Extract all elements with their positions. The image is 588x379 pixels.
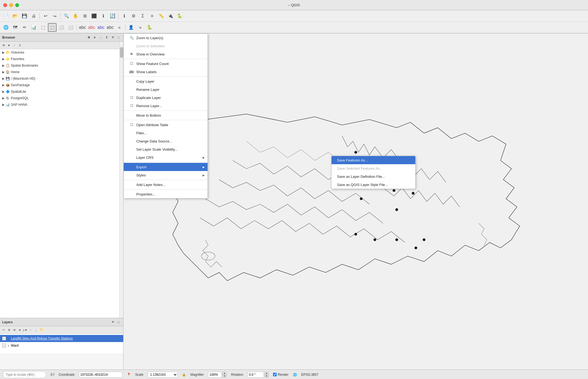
menu-item-show-overview[interactable]: 👁 Show in Overview	[124, 50, 208, 58]
layers-add-icon[interactable]: ⊕	[7, 328, 11, 333]
browser-item-saphana[interactable]: ▶ 📊 SAP HANA	[0, 101, 119, 108]
maximize-button[interactable]	[15, 3, 19, 7]
new-project-button[interactable]: 📄	[2, 12, 10, 20]
redo-button[interactable]: ↩	[50, 12, 59, 20]
zoom-extent-button[interactable]: ⊞	[81, 12, 89, 20]
layer-checkbox-ward[interactable]: ✓	[2, 344, 6, 347]
menu-item-open-attribute-table[interactable]: ☐ Open Attribute Table	[124, 121, 208, 129]
browser-item-postgresql[interactable]: ▶ 🐘 PostgreSQL	[0, 95, 119, 101]
user-button[interactable]: 👤	[127, 23, 135, 32]
wms-button[interactable]: 🗺	[11, 23, 20, 32]
menu-item-copy-layer[interactable]: Copy Layer	[124, 77, 208, 85]
menu-item-filter[interactable]: Filter...	[124, 129, 208, 137]
browser-collapse-icon[interactable]: ↑	[98, 35, 103, 40]
close-button[interactable]	[3, 3, 7, 7]
rotation-input[interactable]	[247, 372, 264, 378]
menu-item-change-data-source[interactable]: Change Data Source...	[124, 137, 208, 145]
layers-edit-icon[interactable]: ✏	[1, 328, 6, 333]
browser-item-bookmarks[interactable]: ▶ 📋 Spatial Bookmarks	[0, 62, 119, 69]
rotation-down-button[interactable]: ▼	[264, 375, 269, 378]
layer-checkbox-landfill[interactable]: ✓	[2, 337, 6, 340]
browser-filter-icon[interactable]: ▼	[92, 35, 97, 40]
python2-button[interactable]: 🐍	[145, 23, 154, 32]
scale-dropdown[interactable]: 1:1362163	[148, 372, 178, 378]
layers-move-up-icon[interactable]: ↑	[28, 328, 33, 333]
render-checkbox[interactable]	[273, 373, 277, 376]
browser-float-icon[interactable]: □	[116, 35, 121, 40]
undo-button[interactable]: ↩	[41, 12, 50, 20]
pan-button[interactable]: ✋	[71, 12, 80, 20]
browser-add-icon[interactable]: ⊕	[1, 43, 6, 48]
menu-item-zoom-to-layers[interactable]: 🔍 Zoom to Layer(s)	[124, 34, 208, 42]
menu-item-remove-layer[interactable]: ☐ Remove Layer...	[124, 102, 208, 110]
browser-item-favorites[interactable]: ▶ ⭐ Favorites	[0, 56, 119, 62]
label4-button[interactable]: abc	[106, 23, 114, 32]
menu-item-add-layer-notes[interactable]: Add Layer Notes...	[124, 181, 208, 189]
layers-filter-icon[interactable]: ▼	[17, 328, 22, 333]
submenu-item-save-features-as[interactable]: Save Features As...	[332, 156, 415, 164]
select-rect-button[interactable]: ⬜	[57, 23, 66, 32]
refresh-button[interactable]: 🔄	[108, 12, 117, 20]
menu-item-show-labels[interactable]: abc Show Labels	[124, 68, 208, 76]
more2-button[interactable]: »	[136, 23, 145, 32]
layers-group-icon[interactable]: 📁	[39, 328, 44, 333]
magnifier-down-button[interactable]: ▼	[222, 375, 227, 378]
plugins-button[interactable]: 🔌	[166, 12, 175, 20]
menu-item-rename-layer[interactable]: Rename Layer	[124, 85, 208, 94]
menu-item-layer-crs[interactable]: Layer CRS ▶	[124, 153, 208, 161]
menu-item-styles[interactable]: Styles ▶	[124, 171, 208, 179]
rotation-up-button[interactable]: ▲	[264, 372, 269, 375]
menu-item-properties[interactable]: Properties...	[124, 190, 208, 198]
label2-button[interactable]: abc	[87, 23, 96, 32]
identify-button[interactable]: ℹ	[99, 12, 108, 20]
statistics-button[interactable]: Σ	[138, 12, 147, 20]
render-checkbox-container[interactable]: Render	[273, 373, 288, 377]
measure-button[interactable]: 📏	[157, 12, 166, 20]
cursor-button[interactable]: ⬚	[48, 23, 57, 32]
minimize-button[interactable]	[9, 3, 13, 7]
chart-button[interactable]: 📊	[29, 23, 38, 32]
layers-move-down-icon[interactable]: ↓	[34, 328, 39, 333]
submenu-item-save-layer-definition[interactable]: Save as Layer Definition File...	[332, 172, 415, 181]
label-button[interactable]: abc	[78, 23, 87, 32]
more-button[interactable]: »	[115, 23, 124, 32]
zoom-in-button[interactable]: 🔍	[62, 12, 71, 20]
map-area[interactable]: 🔍 Zoom to Layer(s) Zoom to Selection 👁 S…	[123, 33, 588, 369]
layers-float-icon[interactable]: □	[116, 320, 121, 325]
menu-item-export[interactable]: Export ▶	[124, 163, 208, 171]
digitize-button[interactable]: 🌐	[2, 23, 10, 32]
coordinate-input[interactable]	[79, 372, 122, 378]
menu-item-set-layer-scale[interactable]: Set Layer Scale Visibility...	[124, 145, 208, 153]
browser-close-icon[interactable]: ✕	[110, 35, 115, 40]
browser-refresh-icon[interactable]: ⊕	[86, 35, 91, 40]
submenu-item-save-qgis-style[interactable]: Save as QGIS Layer Style File...	[332, 181, 415, 189]
layers-close-icon[interactable]: ✕	[110, 320, 115, 325]
processing-button[interactable]: ⚙	[129, 12, 138, 20]
layer-panel-button[interactable]: ≡	[148, 12, 156, 20]
browser-scrollbar[interactable]	[119, 42, 123, 318]
open-project-button[interactable]: 📂	[11, 12, 20, 20]
browser-item-macintosh[interactable]: ▶ 💾 / (Macintosh HD)	[0, 75, 119, 82]
browser-item-volumes[interactable]: ▶ 📁 /Volumes	[0, 49, 119, 56]
locate-search-input[interactable]	[3, 371, 46, 378]
layer-item-landfill[interactable]: ✓ ● Landfill Sites And Refuse Transfer S…	[0, 335, 123, 342]
menu-item-show-feature-count[interactable]: ☐ Show Feature Count	[124, 60, 208, 68]
menu-item-duplicate-layer[interactable]: ☐ Duplicate Layer	[124, 94, 208, 102]
browser-info-icon[interactable]: ℹ	[104, 35, 109, 40]
magnifier-input[interactable]	[208, 372, 222, 378]
edit-button[interactable]: ✏	[20, 23, 29, 32]
magnifier-up-button[interactable]: ▲	[222, 372, 227, 375]
browser-item-spatialite[interactable]: ▶ 🔷 SpatialLite	[0, 88, 119, 95]
python-button[interactable]: 🐍	[175, 12, 184, 20]
layer-item-ward[interactable]: ✓ ● Ward	[0, 342, 123, 349]
zoom-selection-button[interactable]: ⬛	[90, 12, 98, 20]
browser-item-home[interactable]: ▶ 🏠 Home	[0, 69, 119, 75]
browser-filter2-icon[interactable]: ▼	[7, 43, 11, 48]
layers-visible-icon[interactable]: 👁	[12, 328, 17, 333]
print-button[interactable]: 🖨	[29, 12, 38, 20]
browser-item-geopackage[interactable]: ▶ 📦 GeoPackage	[0, 82, 119, 88]
save-project-button[interactable]: 💾	[20, 12, 29, 20]
select-button[interactable]: ⬚	[39, 23, 47, 32]
label3-button[interactable]: abc	[97, 23, 105, 32]
browser-collapse2-icon[interactable]: ↑	[12, 43, 17, 48]
